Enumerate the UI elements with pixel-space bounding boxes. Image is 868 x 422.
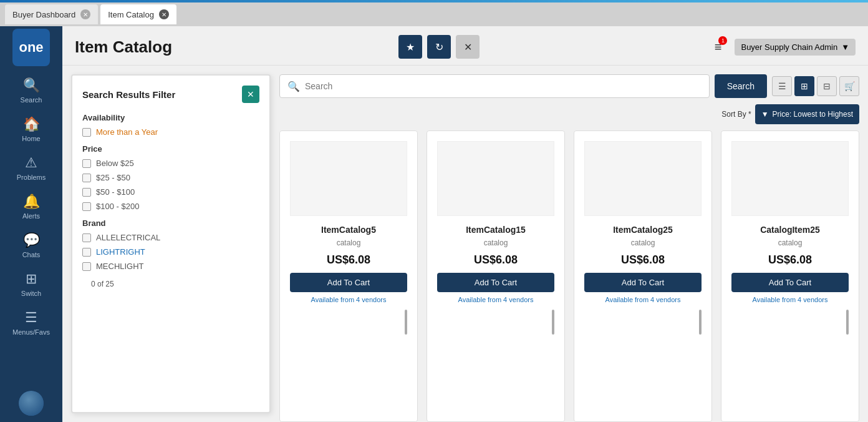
product-image-3 bbox=[584, 141, 702, 216]
checkbox-lightright[interactable] bbox=[82, 248, 91, 257]
chevron-down-icon: ▼ bbox=[841, 42, 849, 52]
sidebar-item-switch[interactable]: ⊞ Switch bbox=[0, 265, 62, 303]
checkbox-mechlight[interactable] bbox=[82, 262, 91, 271]
search-button[interactable]: Search bbox=[715, 74, 767, 98]
filter-item-below-25[interactable]: Below $25 bbox=[82, 159, 259, 168]
tab-bar: Buyer Dashboard ✕ Item Catalog ✕ bbox=[0, 2, 868, 26]
product-name-3: ItemCatalog25 bbox=[613, 225, 673, 235]
product-image-1 bbox=[290, 141, 407, 216]
checkbox-below-25[interactable] bbox=[82, 159, 91, 168]
sidebar-label-search: Search bbox=[21, 96, 42, 104]
filter-section-availability: Availability bbox=[82, 113, 259, 122]
add-to-cart-button-1[interactable]: Add To Cart bbox=[290, 273, 407, 292]
product-category-2: catalog bbox=[484, 238, 508, 247]
filter-section-brand: Brand bbox=[82, 218, 259, 228]
sidebar-item-alerts[interactable]: 🔔 Alerts bbox=[0, 187, 62, 226]
product-image-4 bbox=[731, 141, 849, 216]
search-bar: 🔍 Search ☰ ⊞ ⊟ 🛒 bbox=[279, 74, 859, 98]
chevron-down-icon: ▼ bbox=[761, 110, 769, 119]
logo-text: one bbox=[19, 39, 43, 56]
sidebar-item-home[interactable]: 🏠 Home bbox=[0, 110, 62, 149]
checkbox-100-200[interactable] bbox=[82, 202, 91, 211]
filter-item-50-100[interactable]: $50 - $100 bbox=[82, 187, 259, 197]
sidebar-item-chats[interactable]: 💬 Chats bbox=[0, 226, 62, 265]
search-icon: 🔍 bbox=[287, 81, 300, 92]
checkbox-25-50[interactable] bbox=[82, 174, 91, 182]
notification-badge: 1 bbox=[718, 36, 727, 45]
filter-section-price: Price bbox=[82, 144, 259, 154]
user-role-dropdown[interactable]: Buyer Supply Chain Admin ▼ bbox=[735, 39, 856, 56]
vendor-info-1: Available from 4 vendors bbox=[311, 296, 387, 303]
filter-item-lightright[interactable]: LIGHTRIGHT bbox=[82, 247, 259, 257]
checkbox-50-100[interactable] bbox=[82, 188, 91, 197]
filter-label-lightright: LIGHTRIGHT bbox=[96, 247, 145, 257]
card-scrollbar-1 bbox=[405, 310, 407, 335]
checkbox-allelectrical[interactable] bbox=[82, 233, 91, 242]
filter-label-mechlight: MECHLIGHT bbox=[96, 262, 144, 271]
sidebar-item-problems[interactable]: ⚠ Problems bbox=[0, 149, 62, 187]
header-right: ≡ 1 Buyer Supply Chain Admin ▼ bbox=[706, 35, 856, 59]
small-grid-view-button[interactable]: ⊟ bbox=[817, 76, 837, 96]
filter-item-allelectrical[interactable]: ALLELECTRICAL bbox=[82, 233, 259, 242]
filter-label-50-100: $50 - $100 bbox=[96, 187, 135, 197]
product-card-2: ItemCatalog15 catalog US$6.08 Add To Car… bbox=[427, 130, 565, 422]
product-image-2 bbox=[437, 141, 554, 216]
filter-item-25-50[interactable]: $25 - $50 bbox=[82, 173, 259, 182]
sidebar: one 🔍 Search 🏠 Home ⚠ Problems 🔔 Alerts … bbox=[0, 26, 62, 422]
product-category-1: catalog bbox=[337, 238, 361, 247]
sidebar-label-switch: Switch bbox=[21, 290, 41, 297]
sidebar-label-home: Home bbox=[22, 135, 40, 142]
sidebar-item-menus[interactable]: ☰ Menus/Favs bbox=[0, 303, 62, 342]
sort-dropdown[interactable]: ▼ Price: Lowest to Highest bbox=[755, 104, 859, 124]
tab-label: Item Catalog bbox=[108, 10, 154, 19]
filter-panel: Search Results Filter ✕ Availability Mor… bbox=[71, 74, 271, 413]
vendor-info-3: Available from 4 vendors bbox=[605, 296, 681, 303]
notification-button[interactable]: ≡ 1 bbox=[706, 35, 730, 59]
filter-label-25-50: $25 - $50 bbox=[96, 173, 130, 182]
filter-item-mechlight[interactable]: MECHLIGHT bbox=[82, 262, 259, 271]
cart-view-button[interactable]: 🛒 bbox=[839, 76, 859, 96]
tab-item-catalog[interactable]: Item Catalog ✕ bbox=[100, 4, 176, 24]
close-button[interactable]: ✕ bbox=[456, 35, 480, 59]
search-input[interactable] bbox=[305, 81, 702, 91]
tab-buyer-dashboard[interactable]: Buyer Dashboard ✕ bbox=[5, 4, 98, 24]
grid-view-button[interactable]: ⊞ bbox=[794, 76, 814, 96]
product-price-1: US$6.08 bbox=[327, 253, 370, 267]
home-icon: 🏠 bbox=[23, 116, 40, 132]
menu-icon: ☰ bbox=[25, 310, 37, 326]
view-controls: ☰ ⊞ ⊟ 🛒 bbox=[772, 76, 859, 96]
filter-label-more-than-year: More than a Year bbox=[96, 127, 158, 137]
user-avatar[interactable] bbox=[19, 391, 44, 416]
filter-header: Search Results Filter ✕ bbox=[82, 86, 259, 103]
add-to-cart-button-3[interactable]: Add To Cart bbox=[584, 273, 702, 292]
logo[interactable]: one bbox=[12, 29, 50, 66]
add-to-cart-button-2[interactable]: Add To Cart bbox=[437, 273, 554, 292]
tab-close-item-catalog[interactable]: ✕ bbox=[159, 9, 169, 19]
sort-by-label: Sort By * bbox=[721, 110, 751, 119]
checkbox-more-than-year[interactable] bbox=[82, 128, 91, 137]
content-area: Item Catalog ★ ↻ ✕ ≡ 1 Buyer Supply Chai… bbox=[62, 26, 868, 422]
product-card-1: ItemCatalog5 catalog US$6.08 Add To Cart… bbox=[279, 130, 418, 422]
product-card-4: CatalogItem25 catalog US$6.08 Add To Car… bbox=[721, 130, 859, 422]
add-to-cart-button-4[interactable]: Add To Cart bbox=[731, 273, 849, 292]
product-category-3: catalog bbox=[631, 238, 655, 247]
filter-item-100-200[interactable]: $100 - $200 bbox=[82, 202, 259, 211]
filter-label-below-25: Below $25 bbox=[96, 159, 134, 168]
filter-label-allelectrical: ALLELECTRICAL bbox=[96, 233, 160, 242]
refresh-button[interactable]: ↻ bbox=[427, 35, 451, 59]
sidebar-label-problems: Problems bbox=[17, 174, 46, 181]
product-category-4: catalog bbox=[778, 238, 803, 247]
product-name-1: ItemCatalog5 bbox=[321, 225, 376, 235]
sidebar-label-menus: Menus/Favs bbox=[12, 328, 50, 336]
list-view-button[interactable]: ☰ bbox=[772, 76, 792, 96]
warning-icon: ⚠ bbox=[25, 155, 37, 171]
page-body: Search Results Filter ✕ Availability Mor… bbox=[62, 66, 868, 422]
filter-item-more-than-year[interactable]: More than a Year bbox=[82, 127, 259, 137]
search-input-wrapper: 🔍 bbox=[279, 74, 710, 98]
favorite-button[interactable]: ★ bbox=[398, 35, 422, 59]
filter-close-button[interactable]: ✕ bbox=[242, 86, 259, 103]
main-content: 🔍 Search ☰ ⊞ ⊟ 🛒 Sort By * bbox=[271, 66, 868, 422]
tab-close-buyer-dashboard[interactable]: ✕ bbox=[80, 9, 90, 19]
product-card-3: ItemCatalog25 catalog US$6.08 Add To Car… bbox=[574, 130, 712, 422]
sidebar-item-search[interactable]: 🔍 Search bbox=[0, 71, 62, 110]
